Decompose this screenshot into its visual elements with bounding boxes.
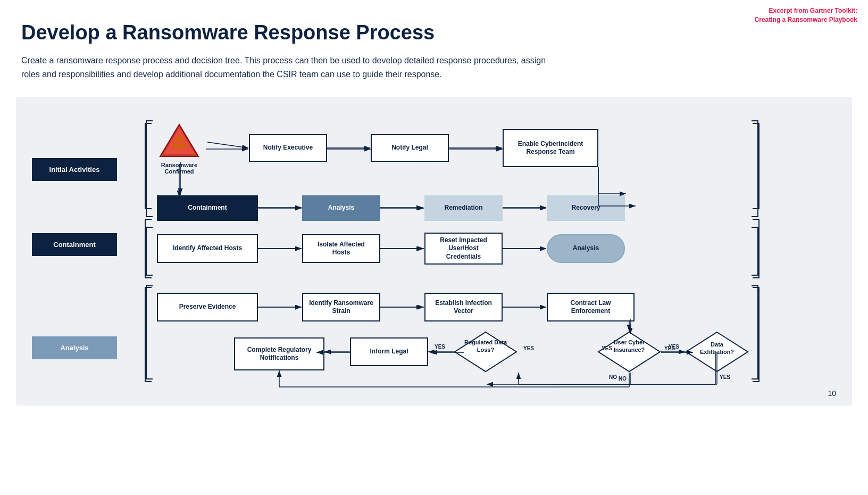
page-number: 10: [828, 389, 836, 398]
recovery-phase-box: Recovery: [547, 195, 625, 221]
svg-point-29: [181, 144, 186, 148]
complete-regulatory-box: Complete Regulatory Notifications: [234, 337, 324, 370]
notify-executive-box: Notify Executive: [249, 134, 327, 162]
svg-line-39: [207, 142, 248, 148]
yes-label-exfil: YES: [664, 345, 675, 351]
page-header: Develop a Ransomware Response Process Cr…: [0, 0, 868, 81]
svg-point-28: [173, 144, 177, 148]
ransomware-confirmed-label: Ransomware Confirmed: [157, 162, 202, 175]
analysis-rounded-box: Analysis: [547, 234, 625, 263]
identify-hosts-box: Identify Affected Hosts: [157, 234, 258, 263]
ransomware-icon-area: Ransomware Confirmed: [157, 122, 202, 175]
remediation-phase-box: Remediation: [424, 195, 503, 221]
gartner-line2: Creating a Ransomware Playbook: [755, 16, 857, 23]
reset-credentials-box: Reset Impacted User/Host Credentials: [424, 233, 503, 265]
data-exfiltration-wrapper: Data Exfiltration?: [685, 331, 749, 373]
gartner-tag: Excerpt from Gartner Toolkit: Creating a…: [755, 6, 857, 24]
isolate-hosts-box: Isolate Affected Hosts: [302, 234, 380, 263]
yes-label-inform: YES: [523, 345, 534, 351]
page-description: Create a ransomware response process and…: [21, 54, 553, 81]
cyber-insurance-label: User Cyber Insurance?: [605, 339, 653, 354]
identify-strain-box: Identify Ransomware Strain: [302, 293, 380, 321]
regulated-data-label: Regulated Data Loss?: [461, 339, 511, 354]
ransomware-triangle-icon: [158, 122, 201, 159]
svg-text:YES: YES: [435, 344, 445, 350]
diagram-container: Initial Activities Containment Analysis: [16, 97, 852, 406]
no-label-insurance: NO: [619, 376, 627, 382]
label-containment: Containment: [32, 233, 117, 256]
gartner-line1: Excerpt from Gartner Toolkit:: [769, 7, 857, 14]
containment-phase-box: Containment: [157, 195, 258, 221]
contract-law-box: Contract Law Enforcement: [547, 293, 635, 321]
regulated-data-wrapper: Regulated Data Loss?: [454, 331, 518, 373]
cyber-insurance-wrapper: User Cyber Insurance?: [597, 331, 661, 373]
inform-legal-box: Inform Legal: [350, 337, 428, 366]
notify-legal-box: Notify Legal: [371, 134, 449, 162]
preserve-evidence-box: Preserve Evidence: [157, 293, 258, 321]
svg-text:NO: NO: [609, 374, 617, 380]
svg-text:YES: YES: [720, 374, 730, 380]
analysis-phase-box: Analysis: [302, 195, 380, 221]
label-analysis: Analysis: [32, 336, 117, 359]
enable-cirt-box: Enable Cyberincident Response Team: [503, 129, 598, 167]
page-title: Develop a Ransomware Response Process: [21, 21, 847, 44]
label-initial-activities: Initial Activities: [32, 158, 117, 181]
data-exfiltration-label: Data Exfiltration?: [695, 341, 739, 356]
establish-vector-box: Establish Infection Vector: [424, 293, 503, 321]
